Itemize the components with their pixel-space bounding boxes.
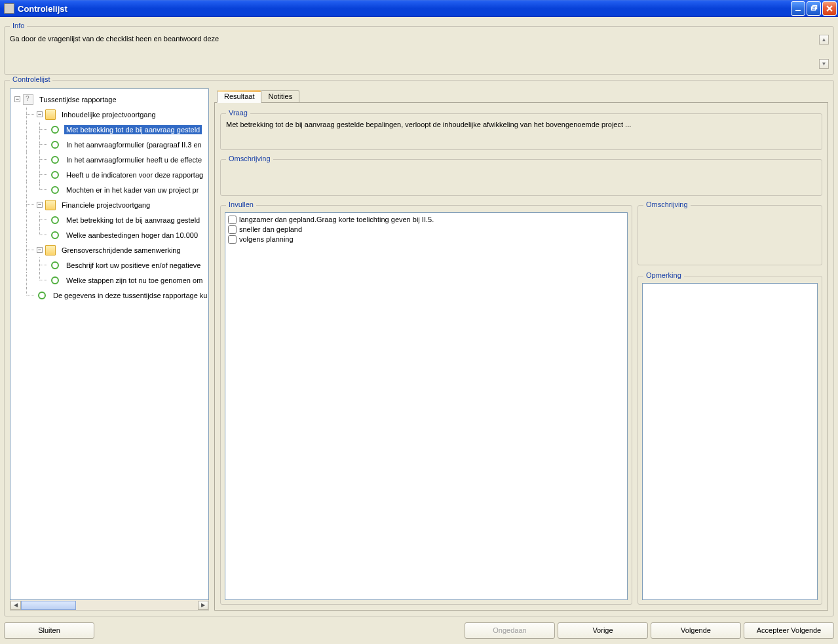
info-title: Info (10, 22, 27, 29)
prev-button-label: Vorige (592, 626, 613, 634)
tree-item-label: Met betrekking tot de bij aanvraag geste… (64, 216, 202, 225)
tree-item-label: De gegevens in deze tussentijdse rapport… (51, 291, 209, 300)
tree-item-label: In het aanvraagformulier heeft u de effe… (64, 155, 204, 164)
tree-item[interactable]: Heeft u de indicatoren voor deze rapport… (10, 167, 208, 182)
description-text (221, 160, 822, 172)
option-row[interactable]: volgens planning (227, 235, 626, 244)
next-button[interactable]: Volgende (651, 622, 741, 639)
prev-button[interactable]: Vorige (558, 622, 648, 639)
tree-item-label: Beschrijf kort uw positieve en/of negati… (64, 261, 202, 270)
folder-icon (45, 200, 56, 210)
description-title: Omschrijving (226, 155, 273, 162)
tree-item[interactable]: Welke stappen zijn tot nu toe genomen om (10, 273, 208, 288)
option-label: volgens planning (239, 235, 294, 244)
minimize-button[interactable] (791, 1, 805, 16)
option-checkbox[interactable] (228, 235, 237, 244)
app-icon (4, 3, 14, 14)
tree-item[interactable]: Met betrekking tot de bij aanvraag geste… (10, 122, 208, 137)
tree-item[interactable]: In het aanvraagformulier heeft u de effe… (10, 152, 208, 167)
fill-group: Invullen langzamer dan gepland.Graag kor… (220, 205, 632, 605)
tabs: Resultaat Notities (214, 88, 828, 102)
next-button-label: Volgende (681, 626, 711, 634)
tab-result[interactable]: Resultaat (217, 90, 261, 103)
tree-group-label: Inhoudelijke projectvoortgang (60, 110, 158, 119)
collapse-icon[interactable]: − (14, 96, 20, 102)
svg-point-5 (52, 157, 58, 163)
svg-point-8 (52, 217, 58, 223)
side-description-group: Omschrijving (638, 205, 822, 265)
tree-item[interactable]: In het aanvraagformulier (paragraaf II.3… (10, 137, 208, 152)
scroll-left-icon[interactable]: ◀ (10, 601, 21, 610)
collapse-icon[interactable]: − (37, 247, 43, 253)
tree-root-label: Tussentijdse rapportage (37, 95, 119, 104)
undo-button-label: Ongedaan (493, 626, 526, 634)
checklist-tree[interactable]: − Tussentijdse rapportage − Inhoudelijke… (10, 88, 209, 600)
remark-textarea[interactable] (642, 283, 818, 600)
tab-body: Vraag Met betrekking tot de bij aanvraag… (214, 102, 828, 611)
checklist-group: Controlelijst − Tussentijdse rapportage … (4, 80, 834, 616)
document-icon (23, 94, 33, 105)
tree-item[interactable]: Beschrijf kort uw positieve en/of negati… (10, 257, 208, 273)
tree-root[interactable]: − Tussentijdse rapportage (10, 92, 208, 107)
tree-item[interactable]: Met betrekking tot de bij aanvraag geste… (10, 212, 208, 227)
option-row[interactable]: sneller dan gepland (227, 225, 626, 235)
tab-notes[interactable]: Notities (261, 90, 299, 102)
scroll-down-icon[interactable]: ▼ (819, 59, 829, 69)
title-bar: Controlelijst (0, 0, 838, 17)
status-circle-icon (37, 290, 47, 301)
status-circle-icon (50, 185, 60, 195)
question-title: Vraag (226, 109, 250, 117)
svg-point-4 (52, 142, 58, 148)
side-description-title: Omschrijving (643, 200, 691, 208)
close-dialog-button[interactable]: Sluiten (4, 622, 94, 639)
option-row[interactable]: langzamer dan gepland.Graag korte toelic… (227, 215, 626, 225)
tab-notes-label: Notities (268, 92, 292, 100)
folder-icon (45, 109, 56, 120)
tree-item-label: Welke aanbestedingen hoger dan 10.000 (64, 231, 200, 240)
tree-item-label: Heeft u de indicatoren voor deze rapport… (64, 170, 205, 180)
tree-group[interactable]: − Inhoudelijke projectvoortgang (10, 107, 208, 122)
status-circle-icon (50, 260, 60, 271)
collapse-icon[interactable]: − (37, 111, 43, 117)
undo-button[interactable]: Ongedaan (465, 622, 555, 639)
tree-hscrollbar[interactable]: ◀ ▶ (10, 600, 209, 611)
close-button[interactable] (822, 1, 837, 16)
fill-options[interactable]: langzamer dan gepland.Graag korte toelic… (225, 212, 628, 600)
option-checkbox[interactable] (228, 216, 237, 224)
question-text: Met betrekking tot de bij aanvraag geste… (221, 114, 822, 134)
close-button-label: Sluiten (38, 626, 60, 634)
svg-point-12 (39, 292, 45, 299)
checklist-title: Controlelijst (10, 75, 52, 83)
tree-item-label: Welke stappen zijn tot nu toe genomen om (64, 276, 204, 285)
button-bar: Sluiten Ongedaan Vorige Volgende Accepte… (4, 616, 834, 640)
remark-title: Opmerking (643, 271, 684, 279)
status-circle-icon (50, 124, 60, 135)
tree-group[interactable]: − Grensoverschrijdende samenwerking (10, 242, 208, 257)
info-message: Ga door de vragenlijst van de checklist … (10, 35, 819, 69)
tree-item[interactable]: Mochten er in het kader van uw project p… (10, 182, 208, 197)
question-group: Vraag Met betrekking tot de bij aanvraag… (220, 113, 822, 150)
tree-item[interactable]: Welke aanbestedingen hoger dan 10.000 (10, 227, 208, 242)
svg-point-9 (52, 232, 58, 238)
tree-panel: − Tussentijdse rapportage − Inhoudelijke… (10, 88, 209, 611)
tree-group-label: Financiele projectvoortgang (60, 200, 152, 210)
scroll-up-icon[interactable]: ▲ (819, 35, 829, 45)
collapse-icon[interactable]: − (37, 202, 43, 208)
scroll-right-icon[interactable]: ▶ (198, 601, 208, 610)
svg-point-3 (52, 126, 58, 133)
maximize-button[interactable] (807, 1, 821, 16)
tree-item-label: Met betrekking tot de bij aanvraag geste… (64, 125, 202, 134)
accept-next-button-label: Accepteer Volgende (757, 626, 821, 634)
scroll-thumb[interactable] (21, 601, 76, 610)
svg-point-6 (52, 172, 58, 178)
tree-item[interactable]: De gegevens in deze tussentijdse rapport… (10, 288, 208, 303)
fill-title: Invullen (226, 200, 256, 208)
status-circle-icon (50, 140, 60, 150)
accept-next-button[interactable]: Accepteer Volgende (744, 622, 834, 639)
status-circle-icon (50, 215, 60, 225)
option-checkbox[interactable] (228, 225, 237, 234)
status-circle-icon (50, 170, 60, 180)
tree-group[interactable]: − Financiele projectvoortgang (10, 197, 208, 212)
info-group: Info Ga door de vragenlijst van de check… (4, 26, 834, 75)
svg-point-10 (52, 262, 58, 269)
